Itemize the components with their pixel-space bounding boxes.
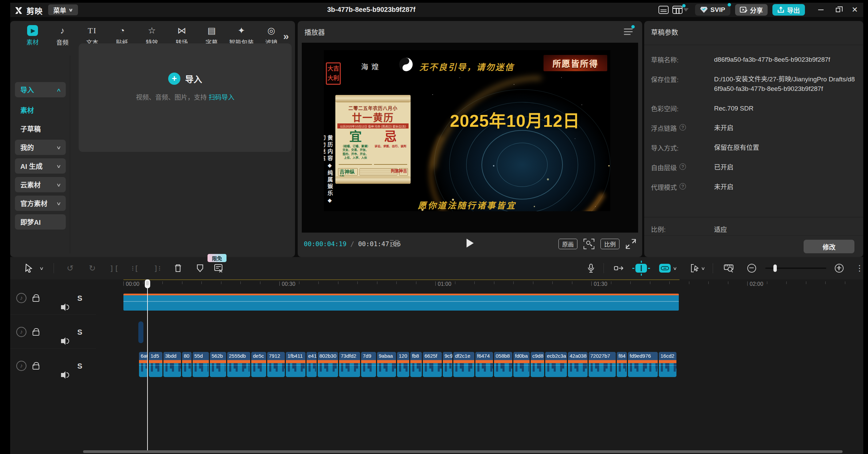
- small-track-clip[interactable]: [138, 321, 143, 343]
- close-button[interactable]: ✕: [846, 3, 863, 17]
- timeline-preview-button[interactable]: [722, 262, 735, 275]
- audio-clip[interactable]: ecb2c3a: [545, 352, 567, 377]
- quality-grid-icon[interactable]: [390, 240, 399, 248]
- audio-clip[interactable]: 6625f: [423, 352, 442, 377]
- svip-button[interactable]: SVIP: [695, 4, 730, 16]
- solo-button[interactable]: S: [77, 328, 82, 337]
- ratio-button[interactable]: 比例: [600, 239, 619, 249]
- timeline-ruler[interactable]: 00:0000:3001:0001:3002:00: [10, 279, 863, 290]
- audio-clip[interactable]: de5c: [251, 352, 266, 377]
- sidebar-item-entry[interactable]: 子草稿: [15, 121, 66, 136]
- select-tool-dropdown[interactable]: ∨: [37, 262, 46, 275]
- help-icon[interactable]: ?: [679, 163, 686, 170]
- help-icon[interactable]: ?: [679, 183, 686, 190]
- video-preview[interactable]: 海煌 无不良引导，请勿迷信 所愿皆所得 大吉 大利 黄历内容◆纯属娱乐◆切勿迷信…: [324, 50, 610, 211]
- captions-panel-button[interactable]: [656, 4, 671, 16]
- track-audio-icon[interactable]: ♪: [16, 293, 26, 303]
- redo-button[interactable]: ↻: [86, 262, 99, 275]
- preview-zoom-button[interactable]: [584, 239, 594, 249]
- lock-icon[interactable]: [33, 364, 39, 370]
- video-track-clip[interactable]: [123, 294, 679, 311]
- sidebar-item-entry[interactable]: 官方素材∨: [15, 196, 66, 211]
- link-toggle-button[interactable]: ∨: [657, 262, 679, 275]
- speaker-icon[interactable]: [61, 337, 70, 345]
- play-button[interactable]: [467, 239, 474, 248]
- timeline-zoom-slider[interactable]: [765, 268, 826, 269]
- audio-clip[interactable]: 562b: [210, 352, 226, 377]
- sidebar-item-import[interactable]: 导入∧: [15, 82, 66, 97]
- audio-clip[interactable]: 058b8: [494, 352, 512, 377]
- fullscreen-button[interactable]: [626, 239, 636, 249]
- solo-button[interactable]: S: [77, 362, 82, 371]
- audio-clip[interactable]: 6a0: [139, 352, 148, 377]
- audio-clip[interactable]: 120: [397, 352, 409, 377]
- audio-clip[interactable]: fd0ba: [513, 352, 530, 377]
- audio-clip[interactable]: c9d8: [531, 352, 544, 377]
- audio-clip[interactable]: 9c9: [443, 352, 452, 377]
- playhead-handle[interactable]: [145, 279, 150, 288]
- track-audio-icon[interactable]: ♪: [16, 327, 26, 337]
- audio-clip[interactable]: fb8: [410, 352, 422, 377]
- scan-import-link[interactable]: 扫码导入: [209, 94, 234, 101]
- split-button[interactable]: ][: [108, 262, 121, 275]
- audio-clip[interactable]: 55d: [193, 352, 209, 377]
- audio-clip[interactable]: 1d5: [149, 352, 162, 377]
- audio-clip[interactable]: 2555db: [227, 352, 250, 377]
- audio-clip[interactable]: 7912: [267, 352, 285, 377]
- zoom-out-button[interactable]: [745, 262, 758, 275]
- player-menu-button[interactable]: [624, 28, 633, 35]
- export-button[interactable]: 导出: [772, 4, 805, 16]
- sidebar-item-entry[interactable]: AI 生成∨: [15, 158, 66, 174]
- audio-clip[interactable]: e41: [307, 352, 317, 377]
- playhead[interactable]: [147, 279, 148, 450]
- split-right-button[interactable]: ]⁝: [151, 262, 164, 275]
- audio-clip[interactable]: fd9ed976: [628, 352, 658, 377]
- minimize-button[interactable]: [812, 3, 829, 17]
- modify-button[interactable]: 修改: [804, 240, 854, 253]
- zoom-slider-thumb[interactable]: [773, 264, 777, 272]
- layout-switch-button[interactable]: [671, 4, 690, 16]
- lock-icon[interactable]: [33, 297, 39, 302]
- audio-clip[interactable]: df2c1e: [453, 352, 474, 377]
- audio-clip[interactable]: 9abaa: [377, 352, 396, 377]
- select-tool-button[interactable]: [22, 262, 35, 275]
- record-voiceover-button[interactable]: [585, 262, 597, 275]
- preview-follow-button[interactable]: ∨: [687, 262, 709, 275]
- audio-clip[interactable]: 802b30: [318, 352, 338, 377]
- main-track-magnet-button[interactable]: [612, 262, 625, 275]
- menu-button[interactable]: 菜单 ∨: [48, 4, 78, 15]
- audio-clip[interactable]: 72027b7: [589, 352, 616, 377]
- audio-clip[interactable]: 80: [182, 352, 192, 377]
- original-quality-button[interactable]: 原画: [558, 239, 577, 249]
- solo-button[interactable]: S: [77, 294, 82, 303]
- horizontal-scrollbar[interactable]: [83, 450, 843, 453]
- tab-audio[interactable]: ♪音频: [47, 25, 77, 46]
- audio-clip[interactable]: 42a038: [568, 352, 588, 377]
- mark-button[interactable]: [194, 262, 206, 275]
- delete-button[interactable]: [172, 262, 184, 275]
- speaker-icon[interactable]: [61, 303, 70, 311]
- audio-clip[interactable]: 1fb411: [286, 352, 305, 377]
- timeline-options-button[interactable]: ⋮: [853, 262, 866, 275]
- undo-button[interactable]: ↺: [64, 262, 77, 275]
- help-icon[interactable]: ?: [679, 124, 686, 131]
- track-audio-icon[interactable]: ♪: [16, 361, 26, 371]
- auto-snap-button[interactable]: [635, 262, 648, 275]
- audio-clip[interactable]: 7d9: [361, 352, 376, 377]
- more-tabs-button[interactable]: »: [283, 31, 289, 42]
- audio-clip[interactable]: 73dfd2: [339, 352, 360, 377]
- smart-captions-button[interactable]: [212, 262, 225, 275]
- speaker-icon[interactable]: [61, 371, 70, 379]
- audio-clip[interactable]: f84: [617, 352, 627, 377]
- tab-media[interactable]: ▶素材: [18, 25, 47, 46]
- sidebar-item-entry[interactable]: 我的∨: [15, 140, 66, 155]
- restore-button[interactable]: [829, 3, 846, 17]
- import-dropzone[interactable]: + 导入 视频、音频、图片，支持 扫码导入: [79, 43, 292, 152]
- share-button[interactable]: 分享: [735, 4, 768, 16]
- audio-clip[interactable]: 3bdd: [163, 352, 181, 377]
- sidebar-item-entry[interactable]: 云素材∨: [15, 177, 66, 192]
- audio-clip[interactable]: 16cd2: [659, 352, 676, 377]
- zoom-in-button[interactable]: [833, 262, 846, 275]
- audio-clip[interactable]: f6474: [475, 352, 493, 377]
- lock-icon[interactable]: [33, 331, 39, 336]
